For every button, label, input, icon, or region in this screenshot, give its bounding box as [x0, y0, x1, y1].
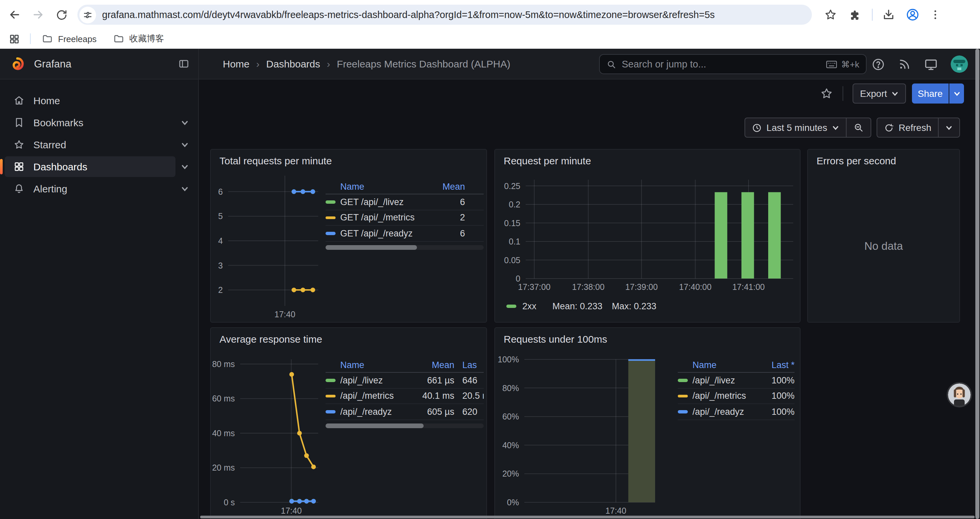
- share-button-label[interactable]: Share: [912, 83, 949, 104]
- svg-text:0: 0: [516, 274, 520, 283]
- news-rss-icon[interactable]: [898, 57, 911, 71]
- legend-row[interactable]: GET /api/_/readyz6: [326, 226, 484, 241]
- sidebar-item-dashboards[interactable]: Dashboards: [0, 156, 194, 177]
- grafana-header: Grafana Home › Dashboards › Freeleaps Me…: [0, 49, 980, 80]
- horizontal-scrollbar[interactable]: [200, 516, 975, 518]
- user-avatar[interactable]: [951, 56, 968, 73]
- zoom-out-button[interactable]: [846, 118, 870, 137]
- svg-text:20%: 20%: [502, 469, 519, 478]
- address-bar[interactable]: grafana.mathmast.com/d/deytv4rwavabkb/fr…: [77, 5, 812, 25]
- search-placeholder: Search or jump to...: [622, 59, 706, 69]
- legend-row[interactable]: GET /api/_/livez6: [326, 194, 484, 210]
- sidebar-item-starred[interactable]: Starred: [0, 134, 194, 155]
- legend-row[interactable]: /api/_/readyz100%: [678, 404, 795, 420]
- legend-cell: /api/_/readyz: [340, 407, 415, 417]
- breadcrumb-home[interactable]: Home: [223, 58, 250, 69]
- grafana-logo[interactable]: [10, 56, 25, 71]
- profile-icon[interactable]: [905, 7, 920, 22]
- sidebar: Home Bookmarks Starred: [0, 80, 199, 519]
- site-settings-icon[interactable]: [80, 6, 96, 23]
- legend-row[interactable]: GET /api/_/metrics2: [326, 210, 484, 226]
- svg-text:0.25: 0.25: [504, 181, 520, 191]
- legend-scrollbar[interactable]: [326, 423, 484, 428]
- panel-total-requests-per-minute[interactable]: 17:4065432 Total requests per minute Nam…: [210, 149, 487, 323]
- vertical-scrollbar[interactable]: [975, 49, 979, 519]
- series-swatch: [326, 410, 336, 413]
- legend-inline[interactable]: 2xx Mean: 0.233 Max: 0.233: [506, 301, 666, 311]
- legend-row[interactable]: /api/_/metrics100%: [678, 388, 795, 404]
- bookmark-folder-blogs[interactable]: 收藏博客: [113, 33, 164, 45]
- assistant-avatar[interactable]: [948, 383, 970, 406]
- clock-icon: [752, 123, 762, 133]
- panel-errors-per-second[interactable]: Errors per second No data: [807, 149, 960, 323]
- favorite-star-icon[interactable]: [820, 87, 833, 100]
- svg-text:3: 3: [218, 261, 223, 270]
- bookmark-star-icon[interactable]: [823, 7, 838, 22]
- breadcrumb-separator: ›: [327, 58, 330, 69]
- legend-cell: 20.5 r: [454, 391, 484, 401]
- time-controls: Last 5 minutes Refresh: [199, 118, 960, 137]
- extensions-icon[interactable]: [848, 7, 862, 22]
- series-name[interactable]: 2xx: [522, 301, 536, 311]
- screen: grafana.mathmast.com/d/deytv4rwavabkb/fr…: [0, 0, 980, 519]
- monitor-icon[interactable]: [924, 57, 938, 71]
- url-text[interactable]: grafana.mathmast.com/d/deytv4rwavabkb/fr…: [102, 10, 715, 20]
- back-icon[interactable]: [7, 7, 22, 22]
- legend-cell: Name: [340, 181, 432, 192]
- side-panel-apps-icon[interactable]: [9, 33, 20, 45]
- sidebar-item-alerting[interactable]: Alerting: [0, 178, 194, 199]
- chevron-down-icon[interactable]: [175, 118, 194, 126]
- search-icon: [606, 59, 616, 69]
- share-button[interactable]: Share: [912, 83, 964, 104]
- legend-cell: 100%: [757, 375, 795, 385]
- legend-cell: 661 µs: [415, 375, 454, 385]
- legend-table: NameMeanLas/api/_/livez661 µs646/api/_/m…: [326, 357, 484, 428]
- panel-average-response-time[interactable]: 17:4080 ms60 ms40 ms20 ms0 s Average res…: [210, 327, 487, 519]
- legend-row[interactable]: /api/_/livez100%: [678, 373, 795, 388]
- legend-header: NameMean: [326, 179, 484, 194]
- request-per-minute-chart[interactable]: 17:37:0017:38:0017:39:0017:40:0017:41:00…: [495, 150, 800, 322]
- refresh-interval-button[interactable]: [938, 118, 959, 137]
- browser-menu-icon[interactable]: [928, 7, 943, 22]
- panel-requests-under-100ms[interactable]: 17:40100%80%60%40%20%0% Requests under 1…: [494, 327, 800, 519]
- sidebar-item-home[interactable]: Home: [0, 90, 194, 111]
- legend-cell: Last *: [757, 360, 795, 370]
- sidebar-item-bookmarks[interactable]: Bookmarks: [0, 112, 194, 133]
- reload-icon[interactable]: [54, 7, 69, 22]
- legend-row[interactable]: /api/_/livez661 µs646: [326, 373, 484, 388]
- legend-cell: /api/_/livez: [692, 375, 757, 385]
- svg-text:40%: 40%: [502, 441, 519, 450]
- legend-cell: 2: [432, 213, 465, 223]
- legend-row[interactable]: /api/_/metrics40.1 ms20.5 r: [326, 388, 484, 404]
- chevron-down-icon[interactable]: [175, 163, 194, 171]
- bookmark-folder-freeleaps[interactable]: Freeleaps: [42, 34, 97, 44]
- panel-title: Average response time: [220, 333, 322, 345]
- dashboard-area: Export Share Last 5 minutes: [199, 80, 980, 519]
- panel-request-per-minute[interactable]: 17:37:0017:38:0017:39:0017:40:0017:41:00…: [494, 149, 800, 323]
- bookmark-label: Freeleaps: [58, 34, 97, 44]
- export-button[interactable]: Export: [853, 83, 905, 104]
- legend-cell: 100%: [757, 391, 795, 401]
- download-icon[interactable]: [881, 7, 896, 22]
- home-icon: [13, 95, 25, 106]
- svg-text:17:40: 17:40: [275, 310, 296, 319]
- chevron-down-icon[interactable]: [175, 141, 194, 149]
- legend-cell: 6: [432, 197, 465, 207]
- legend-scrollbar[interactable]: [326, 245, 484, 249]
- legend-cell: 646: [454, 375, 484, 385]
- time-range-label: Last 5 minutes: [767, 122, 827, 133]
- time-range-picker[interactable]: Last 5 minutes: [745, 118, 846, 137]
- legend-row[interactable]: /api/_/readyz605 µs620: [326, 404, 484, 420]
- dock-menu-icon[interactable]: [178, 58, 189, 69]
- requests-under-100ms-chart[interactable]: 17:40100%80%60%40%20%0%: [495, 328, 800, 519]
- svg-text:80%: 80%: [502, 383, 519, 393]
- forward-icon[interactable]: [31, 7, 45, 22]
- help-icon[interactable]: [871, 57, 885, 71]
- toolbar-separator: [872, 9, 873, 21]
- share-menu-button[interactable]: [949, 83, 964, 104]
- svg-text:40 ms: 40 ms: [212, 428, 235, 438]
- refresh-button[interactable]: Refresh: [877, 118, 938, 137]
- chevron-down-icon[interactable]: [175, 185, 194, 193]
- search-input[interactable]: Search or jump to... ⌘+k: [599, 54, 867, 74]
- breadcrumb-dashboards[interactable]: Dashboards: [266, 58, 320, 69]
